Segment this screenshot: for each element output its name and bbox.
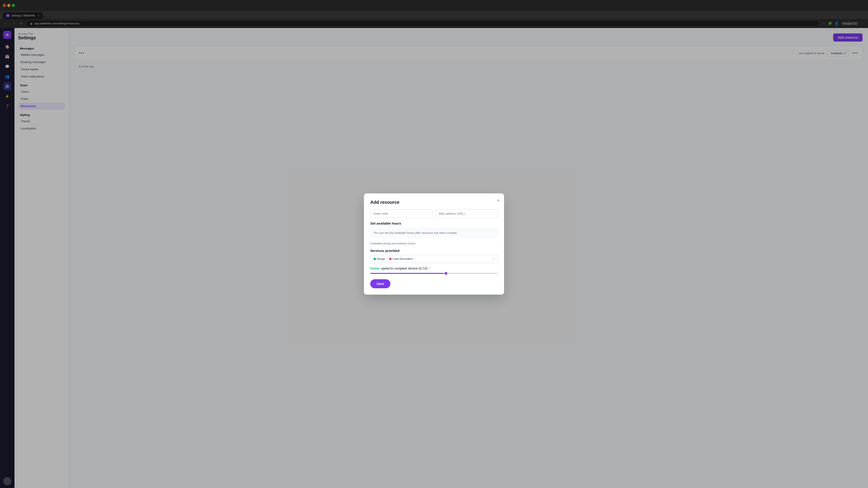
all-hours-label: Available during all business hours: [370, 242, 498, 245]
cake-label: Cake Decoration: [393, 257, 412, 260]
services-select[interactable]: Design × Cake Decoration × ∨: [370, 255, 498, 263]
services-title: Services provided: [370, 249, 498, 253]
modal-overlay[interactable]: Add resource × Set available hours You c…: [69, 28, 868, 488]
design-remove-icon[interactable]: ×: [386, 258, 388, 260]
hours-info-box: You can set the available hours after re…: [370, 228, 498, 238]
order-input[interactable]: [370, 209, 433, 218]
speed-rest-text: speed to complete service (0.7X): [381, 267, 428, 270]
save-button[interactable]: Save: [370, 279, 391, 288]
add-resource-modal: Add resource × Set available hours You c…: [364, 193, 504, 295]
design-dot: [374, 258, 376, 260]
cake-remove-icon[interactable]: ×: [414, 258, 415, 260]
set-hours-title: Set available hours: [370, 221, 498, 225]
modal-title: Add resource: [370, 200, 498, 205]
speed-faster-text: Faster: [370, 267, 380, 270]
speed-help-icon[interactable]: ?: [429, 267, 430, 270]
speed-label: Faster speed to complete service (0.7X) …: [370, 267, 498, 270]
speed-slider-container: [370, 273, 498, 274]
design-label: Design: [377, 257, 385, 260]
services-chevron-icon: ∨: [492, 257, 494, 260]
service-design-tag: Design ×: [374, 257, 388, 260]
main-content: Add resource ••• are eligible to serve A…: [69, 28, 868, 488]
service-cake-tag: Cake Decoration ×: [389, 257, 415, 260]
modal-close-button[interactable]: ×: [497, 198, 500, 203]
info-text: You can set the available hours after re…: [373, 231, 457, 234]
speed-slider[interactable]: [370, 273, 498, 274]
slider-thumb[interactable]: [444, 271, 448, 275]
cake-dot: [389, 258, 392, 260]
modal-inputs-row: [370, 209, 498, 218]
app-container: M 🏠 📅 💬 👥 ⚙️ ⚡ ❓ Moodjoy7434 Settings Me…: [0, 28, 868, 488]
url-input[interactable]: [435, 209, 498, 218]
